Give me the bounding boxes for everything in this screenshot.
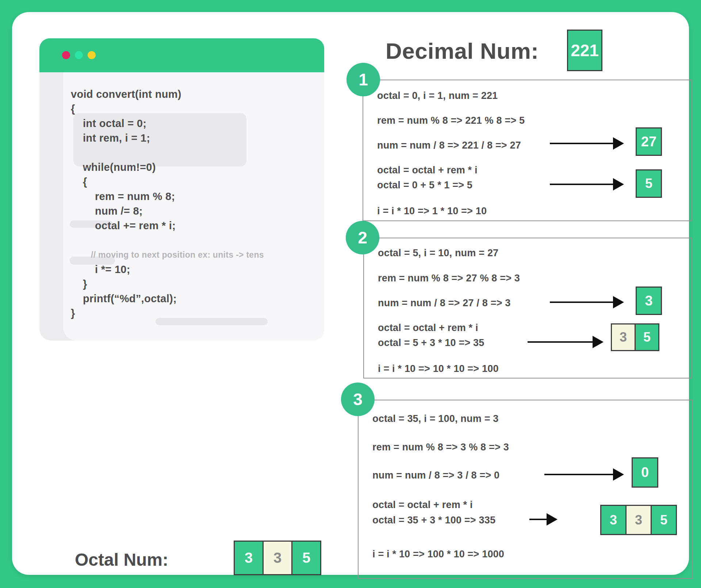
- code-window: void convert(int num) { int octal = 0; i…: [39, 38, 324, 341]
- step-line: octal = octal + rem * i: [372, 499, 473, 511]
- code-line: num /= 8;: [71, 204, 321, 218]
- maximize-dot-icon: [88, 51, 96, 59]
- code-line: void convert(int num): [71, 87, 321, 101]
- code-line: i *= 10;: [71, 262, 321, 277]
- window-titlebar: [39, 38, 324, 72]
- window-body: void convert(int num) { int octal = 0; i…: [39, 72, 324, 341]
- code-line: int rem, i = 1;: [71, 131, 321, 145]
- code-line: octal += rem * i;: [71, 218, 321, 233]
- octal-result-boxes: 3 3 5: [234, 541, 321, 575]
- step-line: i = i * 10 => 10 * 10 => 100: [378, 363, 499, 374]
- step-line: octal = 0 + 5 * 1 => 5: [377, 180, 472, 191]
- result-box-num: 27: [636, 127, 662, 156]
- result-box: 3: [600, 505, 627, 535]
- octal-num-label: Octal Num:: [75, 550, 168, 570]
- result-boxes-octal: 3 3 5: [600, 505, 677, 535]
- step-line: octal = 0, i = 1, num = 221: [377, 90, 498, 101]
- result-box: 3: [625, 505, 652, 535]
- code-area: void convert(int num) { int octal = 0; i…: [71, 87, 321, 320]
- step-line: octal = octal + rem * i: [378, 322, 478, 334]
- code-line: [71, 233, 321, 247]
- step-line: octal = 5, i = 10, num = 27: [378, 247, 498, 259]
- result-box: 5: [291, 541, 321, 575]
- content-card: void convert(int num) { int octal = 0; i…: [12, 12, 689, 575]
- arrow-icon: [550, 184, 613, 185]
- step-line: rem = num % 8 => 3 % 8 => 3: [372, 442, 509, 453]
- result-box-num: 0: [632, 457, 658, 488]
- result-box: 5: [636, 169, 662, 198]
- decimal-num-label: Decimal Num:: [386, 38, 539, 64]
- code-line: [71, 145, 321, 160]
- step-line: num = num / 8 => 27 / 8 => 3: [378, 297, 511, 309]
- code-line: }: [71, 277, 321, 291]
- step-line: i = i * 10 => 1 * 10 => 10: [377, 205, 487, 217]
- decimal-value-box: 221: [567, 30, 602, 71]
- arrow-icon: [550, 301, 613, 303]
- result-boxes-octal: 3 5: [611, 323, 659, 351]
- step-3-badge: 3: [341, 383, 375, 416]
- step-1-badge: 1: [346, 63, 380, 96]
- code-line: {: [71, 174, 321, 189]
- step-line: octal = octal + rem * i: [377, 165, 478, 176]
- step-line: num = num / 8 => 221 / 8 => 27: [377, 140, 521, 151]
- result-box: 3: [234, 541, 264, 575]
- code-line: {: [71, 101, 321, 116]
- result-box-num: 3: [636, 287, 662, 315]
- step-line: rem = num % 8 => 27 % 8 => 3: [378, 273, 520, 284]
- code-line: rem = num % 8;: [71, 189, 321, 204]
- close-dot-icon: [62, 51, 70, 59]
- step-line: rem = num % 8 => 221 % 8 => 5: [377, 115, 525, 126]
- step-2-badge: 2: [346, 221, 379, 254]
- arrow-icon: [529, 519, 547, 520]
- code-comment-line: // moving to next position ex: units -> …: [71, 247, 321, 262]
- code-line: }: [71, 306, 321, 320]
- arrow-icon: [550, 143, 613, 144]
- step-line: octal = 35, i = 100, num = 3: [372, 413, 499, 424]
- result-boxes-octal: 5: [636, 169, 662, 198]
- step-line: num = num / 8 => 3 / 8 => 0: [372, 470, 499, 481]
- arrow-icon: [544, 474, 613, 475]
- result-box: 3: [263, 541, 292, 575]
- minimize-dot-icon: [75, 51, 83, 59]
- step-line: octal = 5 + 3 * 10 => 35: [378, 337, 484, 349]
- step-line: octal = 35 + 3 * 100 => 335: [372, 515, 495, 526]
- arrow-icon: [528, 341, 593, 343]
- step-3-box: octal = 35, i = 100, num = 3 rem = num %…: [358, 400, 693, 579]
- result-box: 5: [635, 323, 659, 351]
- code-line: while(num!=0): [71, 160, 321, 174]
- result-box: 3: [611, 323, 636, 351]
- page: void convert(int num) { int octal = 0; i…: [0, 0, 701, 588]
- step-line: i = i * 10 => 100 * 10 => 1000: [372, 549, 504, 560]
- code-line: printf(“%d”,octal);: [71, 291, 321, 306]
- code-line: int octal = 0;: [71, 116, 321, 131]
- result-box: 5: [651, 505, 677, 535]
